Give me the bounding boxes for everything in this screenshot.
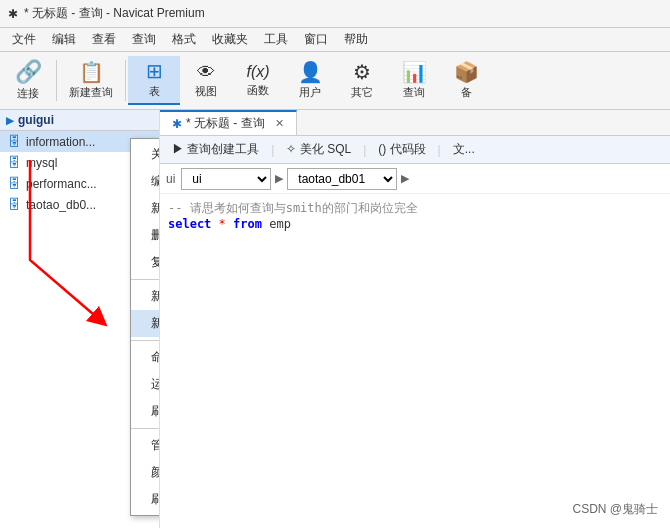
view-button[interactable]: 👁 视图: [180, 56, 232, 105]
table-button[interactable]: ⊞ 表: [128, 56, 180, 105]
new-query-button[interactable]: 📋 新建查询: [59, 56, 123, 105]
connect-button[interactable]: 🔗 连接: [2, 56, 54, 105]
ctx-refresh1-label: 刷新: [151, 403, 160, 420]
toolbar-sep-2: [125, 60, 126, 101]
title-bar: ✱ * 无标题 - 查询 - Navicat Premium: [0, 0, 670, 28]
ctx-refresh1[interactable]: 刷新 ▶: [131, 398, 160, 425]
text-btn[interactable]: 文...: [447, 139, 481, 160]
beautify-sql-btn[interactable]: ✧ 美化 SQL: [280, 139, 357, 160]
db-icon-information: 🗄: [8, 134, 21, 149]
ctx-refresh2[interactable]: 刷新: [131, 486, 160, 513]
ctx-copy-conn-label: 复制连接...: [151, 254, 160, 271]
tab-icon: ✱: [172, 117, 182, 131]
title-bar-title: * 无标题 - 查询 - Navicat Premium: [24, 5, 205, 22]
other-icon: ⚙: [353, 62, 371, 82]
toolbar: 🔗 连接 📋 新建查询 ⊞ 表 👁 视图 f(x) 函数 👤 用户 ⚙ 其它 📊…: [0, 52, 670, 110]
query-editor[interactable]: -- 请思考如何查询与smith的部门和岗位完全 select * from e…: [160, 194, 670, 528]
ctx-cmd-label: 命令列界面...: [151, 349, 160, 366]
sidebar-label-information: information...: [26, 135, 95, 149]
connect-icon: 🔗: [15, 61, 42, 83]
query2-button[interactable]: 📊 查询: [388, 56, 440, 105]
db-icon-performance: 🗄: [8, 176, 21, 191]
kw-from: from: [233, 217, 262, 231]
conn-right-select[interactable]: taotao_db01: [287, 168, 397, 190]
function-button[interactable]: f(x) 函数: [232, 56, 284, 105]
table-icon: ⊞: [146, 61, 163, 81]
ctx-copy-conn[interactable]: 复制连接...: [131, 249, 160, 276]
menu-view[interactable]: 查看: [84, 29, 124, 50]
backup-icon: 📦: [454, 62, 479, 82]
menu-window[interactable]: 窗口: [296, 29, 336, 50]
conn-right-arrow-icon: ▶: [401, 172, 409, 185]
menu-format[interactable]: 格式: [164, 29, 204, 50]
new-query-label: 新建查询: [69, 85, 113, 100]
watermark: CSDN @鬼骑士: [572, 501, 658, 518]
new-query-icon: 📋: [79, 62, 104, 82]
ctx-sep-3: [131, 428, 160, 429]
menu-tools[interactable]: 工具: [256, 29, 296, 50]
backup-button[interactable]: 📦 备: [440, 56, 492, 105]
sidebar-label-performance: performanc...: [26, 177, 97, 191]
ctx-cmd[interactable]: 命令列界面...: [131, 344, 160, 371]
sidebar-label-taotao: taotao_db0...: [26, 198, 96, 212]
ctx-delete-conn[interactable]: 删除连接: [131, 222, 160, 249]
context-menu: 关闭连接 编辑连接... 新建连接 ▶ 删除连接 复制连接... 新建数据库..…: [130, 138, 160, 516]
other-button[interactable]: ⚙ 其它: [336, 56, 388, 105]
ctx-close-conn[interactable]: 关闭连接: [131, 141, 160, 168]
query-code-line: select * from emp: [168, 217, 662, 231]
menu-favorites[interactable]: 收藏夹: [204, 29, 256, 50]
function-icon: f(x): [246, 64, 269, 80]
ctx-new-query-label: 新建查询: [151, 315, 160, 332]
qt-sep2: |: [363, 143, 366, 157]
qe-space3: emp: [269, 217, 291, 231]
ctx-color-label: 颜色: [151, 464, 160, 481]
menu-query[interactable]: 查询: [124, 29, 164, 50]
ctx-new-conn-label: 新建连接: [151, 200, 160, 217]
menu-help[interactable]: 帮助: [336, 29, 376, 50]
menu-edit[interactable]: 编辑: [44, 29, 84, 50]
ctx-edit-conn[interactable]: 编辑连接...: [131, 168, 160, 195]
ctx-refresh2-label: 刷新: [151, 491, 160, 508]
conn-left-label: ui: [166, 172, 175, 186]
content-tab-query[interactable]: ✱ * 无标题 - 查询 ✕: [160, 110, 297, 135]
ctx-manage-group[interactable]: 管理组 ▶: [131, 432, 160, 459]
function-label: 函数: [247, 83, 269, 98]
qt-sep1: |: [271, 143, 274, 157]
menu-file[interactable]: 文件: [4, 29, 44, 50]
db-icon-mysql: 🗄: [8, 155, 21, 170]
tab-close-icon[interactable]: ✕: [275, 117, 284, 130]
ctx-run-sql-label: 运行 SQL 文件...: [151, 376, 160, 393]
query-toolbar: ▶ 查询创建工具 | ✧ 美化 SQL | () 代码段 | 文...: [160, 136, 670, 164]
ctx-new-db[interactable]: 新建数据库...: [131, 283, 160, 310]
sidebar: ▶ guigui 🗄 information... 🗄 mysql 🗄 perf…: [0, 110, 160, 528]
view-label: 视图: [195, 84, 217, 99]
sidebar-header-icon: ▶: [6, 115, 14, 126]
ctx-manage-group-label: 管理组: [151, 437, 160, 454]
code-snippet-btn[interactable]: () 代码段: [372, 139, 431, 160]
toolbar-sep-1: [56, 60, 57, 101]
menu-bar: 文件 编辑 查看 查询 格式 收藏夹 工具 窗口 帮助: [0, 28, 670, 52]
qe-star: *: [219, 217, 226, 231]
table-label: 表: [149, 84, 160, 99]
sidebar-header-label: guigui: [18, 113, 54, 127]
backup-label: 备: [461, 85, 472, 100]
user-button[interactable]: 👤 用户: [284, 56, 336, 105]
ctx-new-conn[interactable]: 新建连接 ▶: [131, 195, 160, 222]
ctx-sep-1: [131, 279, 160, 280]
ctx-run-sql[interactable]: 运行 SQL 文件...: [131, 371, 160, 398]
db-icon-taotao: 🗄: [8, 197, 21, 212]
view-icon: 👁: [197, 63, 215, 81]
ctx-delete-conn-label: 删除连接: [151, 227, 160, 244]
ctx-new-query[interactable]: 新建查询: [131, 310, 160, 337]
sidebar-header[interactable]: ▶ guigui: [0, 110, 159, 131]
content-tabs: ✱ * 无标题 - 查询 ✕: [160, 110, 670, 136]
query-comment: -- 请思考如何查询与smith的部门和岗位完全: [168, 200, 662, 217]
ctx-close-conn-label: 关闭连接: [151, 146, 160, 163]
ctx-new-db-label: 新建数据库...: [151, 288, 160, 305]
query-builder-btn[interactable]: ▶ 查询创建工具: [166, 139, 265, 160]
sidebar-label-mysql: mysql: [26, 156, 57, 170]
conn-left-select[interactable]: ui: [181, 168, 271, 190]
other-label: 其它: [351, 85, 373, 100]
ctx-color[interactable]: 颜色 ▶: [131, 459, 160, 486]
tab-label: * 无标题 - 查询: [186, 115, 265, 132]
